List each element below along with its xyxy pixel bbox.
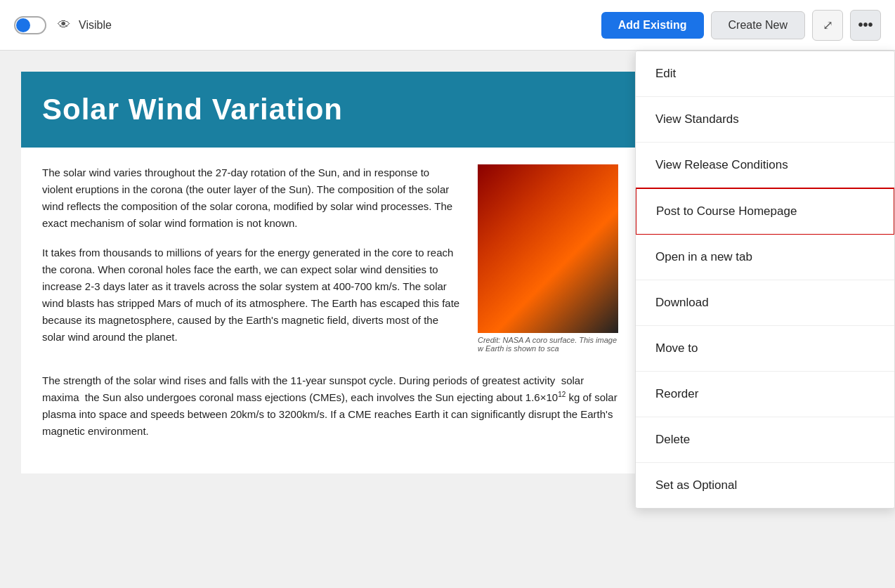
eye-icon: 👁 <box>58 18 70 32</box>
toggle-container: ✓ <box>14 16 46 34</box>
main-content: Solar Wind Variation The solar wind vari… <box>0 51 895 588</box>
dropdown-menu: Edit View Standards View Release Conditi… <box>635 51 895 509</box>
menu-item-view-release-conditions-label: View Release Conditions <box>655 158 788 171</box>
menu-item-view-standards-label: View Standards <box>655 112 739 126</box>
article-title: Solar Wind Variation <box>42 93 618 126</box>
menu-item-delete-label: Delete <box>655 433 690 446</box>
menu-item-download[interactable]: Download <box>636 280 894 326</box>
menu-item-download-label: Download <box>655 296 709 309</box>
menu-item-set-as-optional-label: Set as Optional <box>655 478 737 492</box>
article-section-1: The solar wind varies throughout the 27-… <box>42 164 618 358</box>
visible-label: Visible <box>79 19 112 32</box>
menu-item-edit[interactable]: Edit <box>636 51 894 97</box>
menu-item-open-new-tab[interactable]: Open in a new tab <box>636 235 894 280</box>
article-card: Solar Wind Variation The solar wind vari… <box>21 72 639 473</box>
create-new-button[interactable]: Create New <box>711 11 805 39</box>
article-body: The solar wind varies throughout the 27-… <box>21 164 639 440</box>
menu-item-reorder[interactable]: Reorder <box>636 372 894 417</box>
visible-toggle[interactable]: ✓ <box>14 16 46 34</box>
image-caption: Credit: NASA A coro surface. This image … <box>478 336 618 353</box>
menu-item-view-release-conditions[interactable]: View Release Conditions <box>636 143 894 188</box>
more-button[interactable]: ••• <box>850 10 881 41</box>
menu-item-post-to-course-homepage[interactable]: Post to Course Homepage <box>635 188 895 235</box>
menu-item-open-new-tab-label: Open in a new tab <box>655 250 752 263</box>
article-para-1: The solar wind varies throughout the 27-… <box>42 164 461 232</box>
menu-item-reorder-label: Reorder <box>655 387 698 400</box>
menu-item-post-to-course-homepage-label: Post to Course Homepage <box>656 204 797 218</box>
expand-icon: ⤢ <box>823 18 833 33</box>
article-image <box>478 164 618 333</box>
menu-item-move-to-label: Move to <box>655 341 698 355</box>
menu-item-edit-label: Edit <box>655 67 676 80</box>
toolbar-left: ✓ 👁 Visible <box>14 16 112 34</box>
article-image-block: Credit: NASA A coro surface. This image … <box>478 164 618 358</box>
menu-item-move-to[interactable]: Move to <box>636 326 894 372</box>
menu-item-set-as-optional[interactable]: Set as Optional <box>636 463 894 508</box>
article-para-3: The strength of the solar wind rises and… <box>42 372 618 440</box>
menu-item-delete[interactable]: Delete <box>636 417 894 463</box>
toolbar-right: Add Existing Create New ⤢ ••• <box>601 10 881 41</box>
article-para-2: It takes from thousands to millions of y… <box>42 244 461 346</box>
article-text-block-1: The solar wind varies throughout the 27-… <box>42 164 461 358</box>
more-icon: ••• <box>858 17 873 33</box>
expand-button[interactable]: ⤢ <box>812 10 843 41</box>
toolbar: ✓ 👁 Visible Add Existing Create New ⤢ ••… <box>0 0 895 51</box>
menu-item-view-standards[interactable]: View Standards <box>636 97 894 143</box>
add-existing-button[interactable]: Add Existing <box>601 12 704 39</box>
article-header: Solar Wind Variation <box>21 72 639 148</box>
toggle-thumb <box>16 18 30 32</box>
